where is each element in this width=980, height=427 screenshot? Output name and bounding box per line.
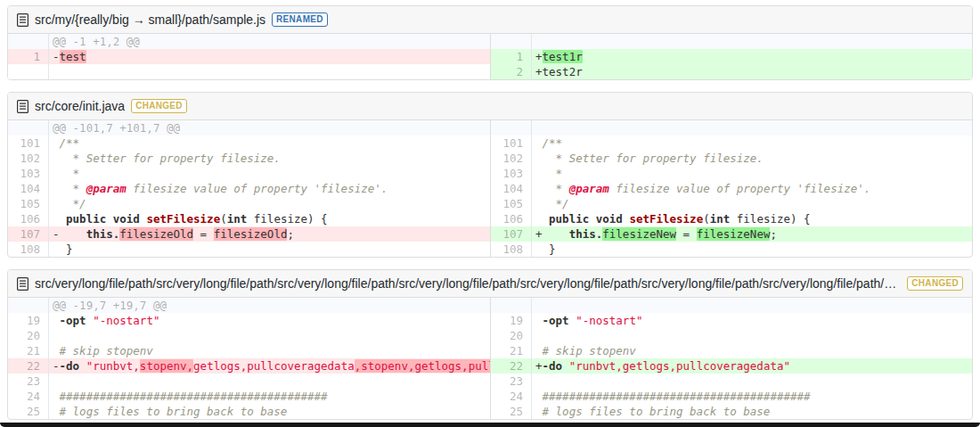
code-line: # logs files to bring back to base [49,404,490,419]
file-card-init-java: src/core/init.java CHANGED @@ -101,7 +10… [7,92,973,258]
line-number: 20 [491,328,532,343]
code-line: @@ -19,7 +19,7 @@ [49,298,490,313]
diff-row-ctx: 23 [491,374,972,389]
line-number: 2 [491,64,532,79]
diff-row-ctx: 105 */ [8,196,490,211]
diff-side-old: @@ -1 +1,2 @@1-test [8,34,490,79]
diff-table: @@ -101,7 +101,7 @@101 /**102 * Setter f… [8,120,972,257]
code-line: * Setter for property filesize. [532,151,972,166]
code-line [49,374,490,389]
diff-row-ctx: 103 * [491,166,972,181]
code-line: # skip stopenv [49,343,490,358]
line-number: 101 [8,135,49,151]
line-number: 102 [8,151,49,166]
file-status-badge: RENAMED [272,12,328,27]
diff-table: @@ -1 +1,2 @@1-test 1+test1r2+test2r [8,34,972,79]
diff-row-del: 1-test [8,49,490,64]
line-number [8,120,49,135]
line-number: 25 [8,404,49,419]
code-line: * [49,166,490,181]
line-number: 102 [491,151,532,166]
diff-viewer: src/my/{really/big → small}/path/sample.… [0,0,980,420]
diff-row-ctx: 20 [491,328,972,343]
code-line: ######################################## [532,389,972,404]
line-number: 107 [8,226,49,242]
file-path: src/my/{really/big → small}/path/sample.… [35,12,265,27]
file-path: src/very/long/file/path/src/very/long/fi… [35,276,901,291]
line-number: 23 [491,374,532,389]
file-status-badge: CHANGED [907,276,963,291]
diff-side-old: @@ -101,7 +101,7 @@101 /**102 * Setter f… [8,120,490,257]
diff-row-info [491,298,972,313]
line-number [8,64,49,79]
diff-row-ctx: 102 * Setter for property filesize. [8,151,490,166]
code-line: -opt "-nostart" [49,313,490,328]
diff-row-ctx: 20 [8,328,490,343]
file-status-badge: CHANGED [131,99,187,113]
file-icon [17,13,29,27]
line-number: 25 [491,404,532,419]
diff-row-ins: 1+test1r [491,49,972,64]
line-number [8,298,49,313]
code-line: -test [49,49,490,64]
code-line: * Setter for property filesize. [49,151,490,166]
diff-row-ctx: 25 # logs files to bring back to base [491,404,972,419]
code-line: public void setFilesize(int filesize) { [532,211,972,226]
line-number: 24 [8,389,49,404]
line-number: 103 [8,166,49,181]
code-line [49,328,490,343]
code-line: ######################################## [49,389,490,404]
code-line: /** [532,135,972,151]
code-line: --do "runbvt,stopenv,getlogs,pullcoverag… [49,358,490,374]
code-line [532,120,972,135]
line-number: 1 [8,49,49,64]
line-number [491,298,532,313]
code-line: # logs files to bring back to base [532,404,972,419]
line-number: 106 [491,211,532,226]
file-header: src/very/long/file/path/src/very/long/fi… [8,270,972,298]
line-number: 106 [8,211,49,226]
diff-row-del: 107- this.filesizeOld = filesizeOld; [8,226,490,242]
diff-row-ctx: 108 } [8,242,490,257]
file-icon [17,100,29,113]
code-line: /** [49,135,490,151]
code-line: */ [49,196,490,211]
code-line: * @param filesize value of property 'fil… [49,181,490,196]
diff-row-ctx: 104 * @param filesize value of property … [8,181,490,196]
line-number: 19 [8,313,49,328]
line-number: 21 [8,343,49,358]
code-line: # skip stopenv [532,343,972,358]
diff-row-ctx: 105 */ [491,196,972,211]
diff-row-ctx: 19 -opt "-nostart" [8,313,490,328]
diff-row-ins: 107+ this.filesizeNew = filesizeNew; [491,226,972,242]
code-line: * [532,166,972,181]
diff-row-ctx: 106 public void setFilesize(int filesize… [8,211,490,226]
diff-row-ctx: 101 /** [8,135,490,151]
window-bottom-edge [0,423,980,427]
line-number [491,34,532,49]
line-number [491,120,532,135]
line-number: 105 [491,196,532,211]
line-number: 22 [491,358,532,374]
diff-row-ins: 2+test2r [491,64,972,79]
code-line [49,64,490,79]
code-line: +test2r [532,64,972,79]
diff-row-ctx: 21 # skip stopenv [8,343,490,358]
code-line: +test1r [532,49,972,64]
line-number: 20 [8,328,49,343]
code-line: public void setFilesize(int filesize) { [49,211,490,226]
file-card-renamed-js: src/my/{really/big → small}/path/sample.… [7,5,973,80]
file-icon [17,277,29,291]
code-line: + this.filesizeNew = filesizeNew; [532,226,972,242]
file-header: src/my/{really/big → small}/path/sample.… [8,6,972,34]
diff-row-info [491,120,972,135]
line-number: 103 [491,166,532,181]
line-number: 24 [491,389,532,404]
diff-row-ctx: 23 [8,374,490,389]
code-line [532,298,972,313]
file-path: src/core/init.java [35,99,125,113]
diff-side-new: 101 /**102 * Setter for property filesiz… [490,120,972,257]
line-number: 22 [8,358,49,374]
diff-row-ctx: 101 /** [491,135,972,151]
diff-row-info: @@ -1 +1,2 @@ [8,34,490,49]
